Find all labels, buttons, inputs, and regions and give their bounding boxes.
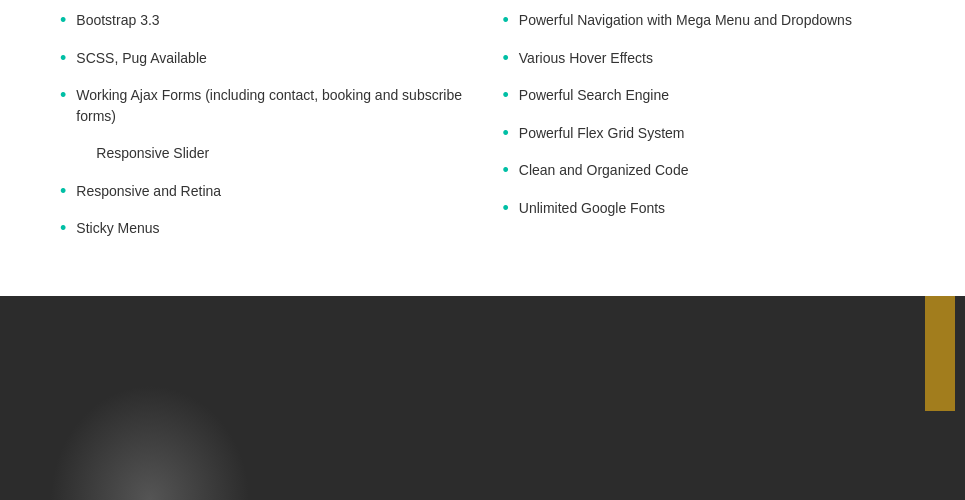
bullet-icon: • bbox=[503, 85, 509, 107]
list-item-hover-effects: •Various Hover Effects bbox=[503, 48, 906, 70]
person-silhouette bbox=[50, 385, 250, 500]
yellow-accent bbox=[925, 296, 955, 411]
bullet-icon: • bbox=[503, 10, 509, 32]
bullet-icon: • bbox=[60, 10, 66, 32]
list-item-scss: •SCSS, Pug Available bbox=[60, 48, 463, 70]
feature-text: Sticky Menus bbox=[76, 218, 159, 239]
list-item-bootstrap: •Bootstrap 3.3 bbox=[60, 10, 463, 32]
page-wrapper: •Bootstrap 3.3•SCSS, Pug Available•Worki… bbox=[0, 0, 965, 500]
list-item-ajax-forms: •Working Ajax Forms (including contact, … bbox=[60, 85, 463, 127]
left-feature-list: •Bootstrap 3.3•SCSS, Pug Available•Worki… bbox=[60, 10, 463, 240]
list-item-search-engine: •Powerful Search Engine bbox=[503, 85, 906, 107]
dark-section bbox=[0, 296, 965, 500]
right-feature-list: •Powerful Navigation with Mega Menu and … bbox=[503, 10, 906, 220]
bullet-icon: • bbox=[503, 48, 509, 70]
feature-text: Clean and Organized Code bbox=[519, 160, 689, 181]
bullet-icon: • bbox=[60, 218, 66, 240]
left-column: •Bootstrap 3.3•SCSS, Pug Available•Worki… bbox=[60, 10, 463, 256]
list-item-responsive-retina: •Responsive and Retina bbox=[60, 181, 463, 203]
list-item-sticky-menus: •Sticky Menus bbox=[60, 218, 463, 240]
feature-text: SCSS, Pug Available bbox=[76, 48, 207, 69]
feature-text: Responsive Slider bbox=[96, 143, 209, 164]
feature-text: Powerful Navigation with Mega Menu and D… bbox=[519, 10, 852, 31]
bullet-icon: • bbox=[503, 160, 509, 182]
list-item-responsive-slider: •Responsive Slider bbox=[60, 143, 463, 165]
feature-text: Powerful Search Engine bbox=[519, 85, 669, 106]
two-columns: •Bootstrap 3.3•SCSS, Pug Available•Worki… bbox=[60, 10, 905, 256]
list-item-google-fonts: •Unlimited Google Fonts bbox=[503, 198, 906, 220]
bullet-icon: • bbox=[60, 48, 66, 70]
feature-text: Bootstrap 3.3 bbox=[76, 10, 159, 31]
feature-text: Various Hover Effects bbox=[519, 48, 653, 69]
list-item-flex-grid: •Powerful Flex Grid System bbox=[503, 123, 906, 145]
list-item-mega-menu: •Powerful Navigation with Mega Menu and … bbox=[503, 10, 906, 32]
bullet-icon: • bbox=[503, 198, 509, 220]
bullet-icon: • bbox=[503, 123, 509, 145]
right-column: •Powerful Navigation with Mega Menu and … bbox=[503, 10, 906, 256]
bullet-icon: • bbox=[60, 181, 66, 203]
feature-text: Working Ajax Forms (including contact, b… bbox=[76, 85, 462, 127]
bullet-icon: • bbox=[60, 85, 66, 107]
feature-text: Powerful Flex Grid System bbox=[519, 123, 685, 144]
list-item-clean-code: •Clean and Organized Code bbox=[503, 160, 906, 182]
content-section: •Bootstrap 3.3•SCSS, Pug Available•Worki… bbox=[0, 0, 965, 296]
feature-text: Unlimited Google Fonts bbox=[519, 198, 665, 219]
feature-text: Responsive and Retina bbox=[76, 181, 221, 202]
